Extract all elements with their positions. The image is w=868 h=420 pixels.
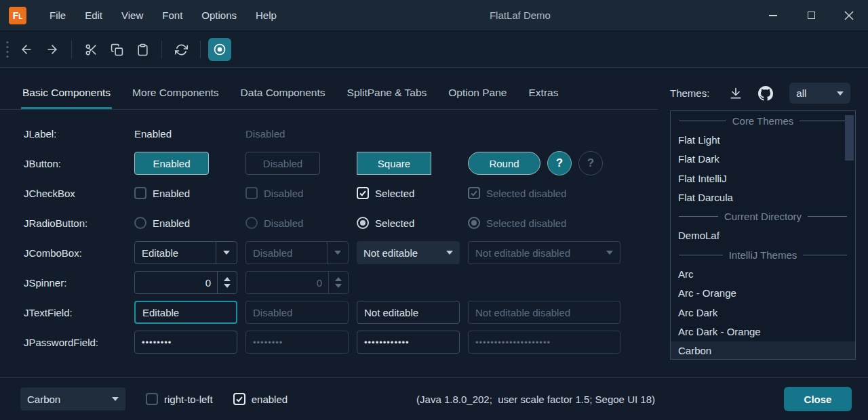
textfield-editable[interactable]	[134, 301, 237, 324]
app-logo-icon: FL	[9, 7, 26, 24]
checkbox-selected-label: Selected	[375, 188, 414, 199]
checkbox-disabled-label: Disabled	[264, 188, 303, 199]
forward-button[interactable]	[41, 38, 64, 61]
tab-splitpane-tabs[interactable]: SplitPane & Tabs	[336, 77, 438, 109]
toolbar-grip-handle[interactable]	[5, 41, 9, 58]
chevron-down-icon	[446, 251, 453, 255]
close-button[interactable]: Close	[784, 387, 852, 411]
close-window-button[interactable]	[830, 0, 868, 31]
check-icon	[470, 189, 478, 197]
menu-help[interactable]: Help	[246, 0, 286, 30]
minimize-icon	[769, 15, 777, 16]
jtextfield-label: JTextField:	[24, 307, 134, 318]
enabled-checkbox[interactable]	[233, 393, 245, 405]
radio-selected[interactable]	[357, 217, 369, 229]
tab-extras[interactable]: Extras	[518, 77, 570, 109]
rtl-checkbox-group: right-to-left	[146, 393, 213, 405]
refresh-button[interactable]	[170, 38, 193, 61]
back-button[interactable]	[15, 38, 38, 61]
menu-font[interactable]: Font	[153, 0, 192, 30]
theme-item-flat-dark[interactable]: Flat Dark	[671, 150, 855, 169]
chevron-down-icon	[112, 397, 119, 401]
jtextfield-row: JTextField:	[24, 297, 661, 327]
jcombobox-label: JComboBox:	[24, 247, 134, 259]
arrow-right-icon	[45, 43, 59, 56]
menu-file[interactable]: File	[40, 0, 75, 30]
passwordfield-editable[interactable]	[134, 331, 237, 354]
theme-item-arc[interactable]: Arc	[671, 264, 855, 283]
radio-enabled-label: Enabled	[153, 217, 190, 229]
spinner-arrows[interactable]	[217, 272, 237, 293]
radio-disabled	[245, 217, 258, 229]
square-button[interactable]: Square	[357, 152, 431, 175]
theme-item-arc-dark[interactable]: Arc Dark	[671, 303, 855, 322]
theme-filter-value: all	[796, 87, 837, 99]
arrow-left-icon	[20, 43, 33, 56]
menu-edit[interactable]: Edit	[75, 0, 112, 30]
tab-more-components[interactable]: More Components	[121, 77, 230, 109]
theme-item-flat-light[interactable]: Flat Light	[671, 130, 855, 149]
radio-selected-disabled	[468, 217, 480, 229]
main-tabbar: Basic Components More Components Data Co…	[0, 77, 658, 110]
maximize-icon	[808, 12, 815, 19]
toolbar-separator	[71, 41, 72, 58]
combobox-editable[interactable]: Editable	[134, 241, 237, 264]
textfield-disabled	[245, 301, 349, 324]
tab-data-components[interactable]: Data Components	[230, 77, 336, 109]
radio-selected-disabled-label: Selected disabled	[486, 217, 566, 229]
right-to-left-checkbox[interactable]	[146, 393, 158, 405]
toolbar	[0, 32, 868, 68]
theme-filter-combobox[interactable]: all	[789, 83, 850, 104]
paste-button[interactable]	[131, 38, 154, 61]
theme-item-flat-intellij[interactable]: Flat IntelliJ	[671, 169, 855, 188]
refresh-icon	[175, 43, 188, 56]
theme-item-flat-darcula[interactable]: Flat Darcula	[671, 188, 855, 207]
passwordfield-not-editable-disabled	[468, 331, 620, 354]
enabled-button[interactable]: Enabled	[134, 152, 209, 175]
menu-options[interactable]: Options	[192, 0, 246, 30]
checkbox-enabled[interactable]	[134, 187, 146, 199]
checkbox-selected[interactable]	[357, 187, 369, 199]
titlebar: FL File Edit View Font Options Help Flat…	[0, 0, 868, 31]
themes-list-scrollbar[interactable]	[845, 115, 854, 161]
close-icon	[844, 11, 854, 20]
menu-view[interactable]: View	[112, 0, 153, 30]
spinner-up-icon	[335, 277, 342, 281]
spinner-enabled[interactable]: 0	[134, 271, 237, 294]
chevron-down-icon	[334, 251, 341, 255]
minimize-button[interactable]	[754, 0, 792, 31]
check-icon	[359, 189, 367, 197]
github-link-button[interactable]	[755, 83, 776, 104]
chevron-down-icon	[837, 91, 844, 96]
checkbox-selected-disabled-label: Selected disabled	[486, 188, 566, 199]
themes-label: Themes:	[670, 87, 709, 99]
status-info-text: (Java 1.8.0_202; user scale factor 1.5; …	[288, 394, 784, 405]
theme-group-header: Core Themes	[671, 111, 855, 130]
textfield-not-editable[interactable]	[357, 301, 460, 324]
theme-item-carbon[interactable]: Carbon	[671, 341, 855, 360]
spinner-down-icon[interactable]	[224, 284, 231, 288]
copy-button[interactable]	[105, 38, 128, 61]
help-button[interactable]: ?	[547, 151, 572, 175]
eye-icon	[213, 43, 226, 56]
spinner-up-icon[interactable]	[224, 277, 231, 281]
toolbar-separator	[161, 41, 162, 58]
show-details-toggle-button[interactable]	[208, 38, 231, 61]
jbutton-label: JButton:	[24, 158, 134, 169]
cut-button[interactable]	[79, 38, 102, 61]
theme-item-arc-orange[interactable]: Arc - Orange	[671, 284, 855, 303]
round-button[interactable]: Round	[468, 152, 540, 175]
passwordfield-not-editable[interactable]	[357, 331, 460, 354]
theme-item-arc-dark-orange[interactable]: Arc Dark - Orange	[671, 322, 855, 341]
theme-select-combobox[interactable]: Carbon	[20, 387, 125, 411]
theme-item-demolaf[interactable]: DemoLaf	[671, 226, 855, 245]
themes-list: Core Themes Flat Light Flat Dark Flat In…	[670, 110, 856, 360]
download-themes-button[interactable]	[726, 83, 746, 104]
radio-enabled[interactable]	[134, 217, 146, 229]
maximize-button[interactable]	[792, 0, 830, 31]
tab-basic-components[interactable]: Basic Components	[12, 77, 121, 109]
tab-option-pane[interactable]: Option Pane	[437, 77, 517, 109]
jspinner-row: JSpinner: 0 0	[24, 268, 661, 297]
menubar: File Edit View Font Options Help	[40, 0, 286, 30]
combobox-not-editable[interactable]: Not editable	[357, 241, 460, 264]
